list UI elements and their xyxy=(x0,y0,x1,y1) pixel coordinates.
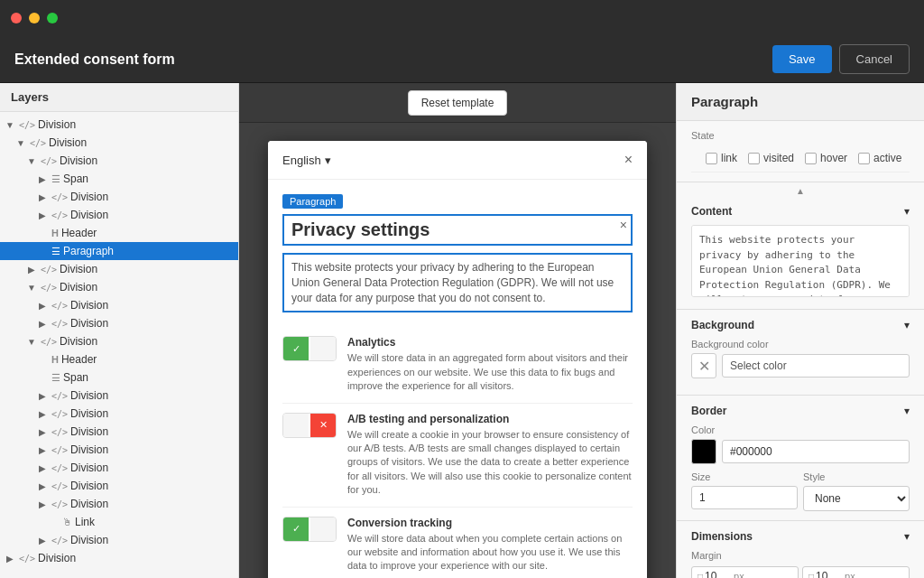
border-color-swatch[interactable] xyxy=(691,439,716,464)
reset-template-button[interactable]: Reset template xyxy=(408,90,508,116)
tree-toggle[interactable]: ▶ xyxy=(36,317,49,330)
tree-toggle[interactable]: ▶ xyxy=(36,389,49,402)
modal-header: English ▾ × xyxy=(268,141,647,180)
consent-title-wrap: Privacy settings × xyxy=(282,214,633,246)
tree-item[interactable]: ▶</>Division xyxy=(0,314,238,332)
tree-toggle[interactable] xyxy=(36,245,49,257)
tree-item[interactable]: ☰Paragraph xyxy=(0,242,238,260)
bg-color-row: ✕ Select color xyxy=(691,353,910,378)
tree-toggle[interactable]: ▶ xyxy=(36,299,49,312)
tree-toggle[interactable]: ▶ xyxy=(36,534,49,546)
tree-item[interactable]: ▼</>Division xyxy=(0,278,238,296)
consent-item: ✓AnalyticsWe will store data in an aggre… xyxy=(282,327,633,403)
state-checkbox-active[interactable] xyxy=(858,153,870,164)
tree-item[interactable]: ▼</>Division xyxy=(0,152,238,170)
tree-item[interactable]: ▶</>Division xyxy=(0,405,238,423)
tree-node-icon: </> xyxy=(51,408,68,419)
tree-toggle[interactable]: ▶ xyxy=(36,407,49,420)
tree-node-icon: </> xyxy=(51,444,68,455)
tree-node-icon: </> xyxy=(41,282,57,293)
margin-top-unit: px xyxy=(734,571,744,578)
tree-toggle[interactable]: ▼ xyxy=(14,136,27,149)
language-selector[interactable]: English ▾ xyxy=(282,154,331,167)
select-color-button[interactable]: Select color xyxy=(722,354,910,378)
canvas-scroll: English ▾ × Paragraph Privacy settings ×… xyxy=(239,123,676,578)
state-checkbox-visited[interactable] xyxy=(748,153,760,164)
tree-toggle[interactable]: ▼ xyxy=(25,154,38,167)
tree-toggle[interactable]: ▶ xyxy=(36,443,49,456)
tree-item-label: Header xyxy=(61,227,97,239)
tree-toggle[interactable]: ▶ xyxy=(25,263,38,275)
tree-toggle[interactable]: ▶ xyxy=(36,498,49,510)
tree-item[interactable]: ▼</>Division xyxy=(0,116,238,134)
tree-item[interactable]: ▶</>Division xyxy=(0,531,238,549)
modal-close-button[interactable]: × xyxy=(624,152,633,168)
tree-toggle[interactable]: ▶ xyxy=(36,191,49,203)
consent-item: ✕A/B testing and personalizationWe will … xyxy=(282,404,633,508)
tree-item[interactable]: ▶</>Division xyxy=(0,549,238,567)
tree-item[interactable]: ▶</>Division xyxy=(0,477,238,495)
tree-toggle[interactable]: ▶ xyxy=(36,172,49,185)
tree-toggle[interactable]: ▶ xyxy=(36,425,49,438)
close-dot[interactable] xyxy=(11,13,22,23)
tree-toggle[interactable]: ▼ xyxy=(25,281,38,294)
tree-toggle[interactable]: ▶ xyxy=(36,209,49,221)
consent-item-description: We will store data in an aggregated form… xyxy=(347,351,633,393)
tree-toggle[interactable]: ▶ xyxy=(36,480,49,492)
tree-item[interactable]: ▶</>Division xyxy=(0,387,238,405)
consent-item-title: Conversion tracking xyxy=(347,517,633,529)
margin-right-unit: px xyxy=(845,571,855,578)
tree-item[interactable]: ▼</>Division xyxy=(0,332,238,350)
toggle-switch[interactable]: ✓ xyxy=(282,336,337,361)
title-close-icon[interactable]: × xyxy=(620,218,627,232)
border-style-select[interactable]: None Solid Dashed Dotted xyxy=(803,486,910,511)
tree-item[interactable]: ▶</>Division xyxy=(0,495,238,513)
tree-item[interactable]: ▼</>Division xyxy=(0,134,238,152)
state-checkbox-link[interactable] xyxy=(706,153,717,164)
tree-item[interactable]: HHeader xyxy=(0,224,238,242)
tree-item[interactable]: ☰Span xyxy=(0,368,238,387)
minimize-dot[interactable] xyxy=(29,13,40,23)
tree-node-icon: H xyxy=(51,228,59,238)
tree-toggle[interactable]: ▶ xyxy=(36,461,49,474)
tree-toggle[interactable]: ▶ xyxy=(4,552,16,564)
tree-toggle[interactable] xyxy=(36,227,49,239)
consent-item-description: We will create a cookie in your browser … xyxy=(347,428,633,498)
dimensions-section-toggle[interactable]: Dimensions ▾ xyxy=(691,530,910,543)
tree-toggle[interactable] xyxy=(47,516,60,528)
content-section-toggle[interactable]: Content ▾ xyxy=(691,205,910,218)
tree-item[interactable]: 🖱Link xyxy=(0,513,238,531)
tree-node-icon: </> xyxy=(51,210,68,220)
margin-right-input[interactable] xyxy=(816,570,843,578)
tree-item[interactable]: ▶</>Division xyxy=(0,296,238,314)
tree-item[interactable]: ▶</>Division xyxy=(0,260,238,278)
tree-item[interactable]: ▶</>Division xyxy=(0,459,238,477)
tree-toggle[interactable]: ▼ xyxy=(4,118,16,131)
tree-item[interactable]: ▶</>Division xyxy=(0,441,238,459)
state-item-visited: visited xyxy=(748,152,794,164)
bg-color-swatch[interactable]: ✕ xyxy=(691,353,716,378)
tree-item[interactable]: ▶☰Span xyxy=(0,170,238,188)
tree-item[interactable]: HHeader xyxy=(0,350,238,368)
tree-item[interactable]: ▶</>Division xyxy=(0,188,238,206)
border-color-input[interactable] xyxy=(722,440,910,463)
background-section-toggle[interactable]: Background ▾ xyxy=(691,319,910,331)
tree-toggle[interactable] xyxy=(36,353,49,366)
border-section-toggle[interactable]: Border ▾ xyxy=(691,405,910,417)
border-size-label: Size xyxy=(691,471,798,482)
toggle-switch[interactable]: ✕ xyxy=(282,413,337,438)
border-style-wrap: Style None Solid Dashed Dotted xyxy=(803,471,910,511)
margin-top-input[interactable] xyxy=(705,570,732,578)
save-button[interactable]: Save xyxy=(772,45,832,73)
app-title: Extended consent form xyxy=(14,51,772,68)
tree-item[interactable]: ▶</>Division xyxy=(0,423,238,441)
cancel-button[interactable]: Cancel xyxy=(839,44,910,74)
content-textarea[interactable] xyxy=(691,225,910,297)
tree-toggle[interactable]: ▼ xyxy=(25,335,38,348)
toggle-switch[interactable]: ✓ xyxy=(282,517,337,542)
border-size-input[interactable] xyxy=(691,486,798,509)
tree-item[interactable]: ▶</>Division xyxy=(0,206,238,224)
maximize-dot[interactable] xyxy=(47,13,58,23)
tree-toggle[interactable] xyxy=(36,371,49,384)
state-checkbox-hover[interactable] xyxy=(805,153,817,164)
